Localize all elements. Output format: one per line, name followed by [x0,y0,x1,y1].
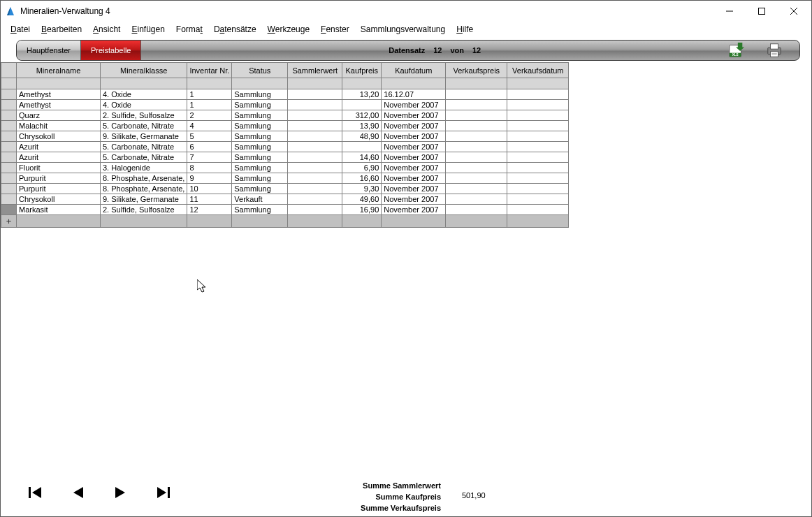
cell-mineralklasse[interactable]: 8. Phosphate, Arsenate, [101,173,187,184]
cell-verkaufsdatum[interactable] [507,152,569,163]
cell-kaufdatum[interactable]: November 2007 [382,131,446,142]
cell-mineralklasse[interactable]: 5. Carbonate, Nitrate [101,152,187,163]
table-row[interactable]: Malachit5. Carbonate, Nitrate4Sammlung13… [1,121,569,131]
header-mineralklasse[interactable]: Mineralklasse [101,63,187,78]
close-button[interactable] [778,1,810,22]
add-row-cell[interactable] [446,215,507,228]
cell-mineralklasse[interactable]: 2. Sulfide, Sulfosalze [101,110,187,121]
maximize-button[interactable] [746,1,778,22]
cell-status[interactable]: Sammlung [232,152,288,163]
cell-sammlerwert[interactable] [288,89,342,100]
menu-bearbeiten[interactable]: Bearbeiten [36,23,87,36]
cell-kaufdatum[interactable]: November 2007 [382,121,446,131]
add-row-cell[interactable] [17,215,101,228]
cell-inventar[interactable]: 1 [187,100,232,110]
cell-verkaufsdatum[interactable] [507,205,569,215]
cell-mineralname[interactable]: Purpurit [17,173,101,184]
header-verkaufsdatum[interactable]: Verkaufsdatum [507,63,569,78]
row-selector[interactable] [1,163,17,173]
tab-preistabelle[interactable]: Preistabelle [81,41,141,60]
cell-verkaufsdatum[interactable] [507,110,569,121]
cell-inventar[interactable]: 4 [187,121,232,131]
row-selector[interactable] [1,110,17,121]
cell-verkaufsdatum[interactable] [507,142,569,152]
row-selector[interactable] [1,205,17,215]
header-verkaufspreis[interactable]: Verkaufspreis [446,63,507,78]
cell-verkaufsdatum[interactable] [507,194,569,205]
cell-verkaufspreis[interactable] [446,100,507,110]
menu-fenster[interactable]: Fenster [315,23,355,36]
cell-verkaufspreis[interactable] [446,89,507,100]
row-selector[interactable] [1,142,17,152]
cell-mineralklasse[interactable]: 2. Sulfide, Sulfosalze [101,205,187,215]
cell-verkaufsdatum[interactable] [507,184,569,194]
cell-kaufdatum[interactable]: November 2007 [382,152,446,163]
cell-status[interactable]: Verkauft [232,194,288,205]
row-selector[interactable] [1,152,17,163]
table-row[interactable]: Fluorit3. Halogenide8Sammlung6,90Novembe… [1,163,569,173]
row-selector[interactable] [1,184,17,194]
table-row[interactable]: Markasit2. Sulfide, Sulfosalze12Sammlung… [1,205,569,215]
table-row[interactable]: Purpurit8. Phosphate, Arsenate,10Sammlun… [1,184,569,194]
cell-mineralklasse[interactable]: 4. Oxide [101,100,187,110]
cell-mineralname[interactable]: Amethyst [17,100,101,110]
header-mineralname[interactable]: Mineralname [17,63,101,78]
cell-sammlerwert[interactable] [288,100,342,110]
nav-next-button[interactable] [115,487,125,498]
cell-mineralname[interactable]: Markasit [17,205,101,215]
add-row-cell[interactable] [187,215,232,228]
row-selector[interactable] [1,121,17,131]
cell-verkaufspreis[interactable] [446,131,507,142]
minimize-button[interactable] [713,1,746,22]
cell-mineralname[interactable]: Malachit [17,121,101,131]
row-selector[interactable] [1,173,17,184]
cell-verkaufspreis[interactable] [446,142,507,152]
cell-kaufdatum[interactable]: November 2007 [382,184,446,194]
cell-status[interactable]: Sammlung [232,89,288,100]
add-row-cell[interactable] [232,215,288,228]
cell-status[interactable]: Sammlung [232,173,288,184]
cell-mineralklasse[interactable]: 5. Carbonate, Nitrate [101,142,187,152]
cell-sammlerwert[interactable] [288,152,342,163]
header-rowselector[interactable] [1,63,17,78]
cell-verkaufspreis[interactable] [446,194,507,205]
cell-inventar[interactable]: 1 [187,89,232,100]
cell-kaufdatum[interactable]: November 2007 [382,194,446,205]
cell-inventar[interactable]: 7 [187,152,232,163]
table-row[interactable]: Amethyst4. Oxide1SammlungNovember 2007 [1,100,569,110]
cell-status[interactable]: Sammlung [232,142,288,152]
cell-inventar[interactable]: 10 [187,184,232,194]
cell-sammlerwert[interactable] [288,194,342,205]
cell-mineralname[interactable]: Amethyst [17,89,101,100]
cell-kaufpreis[interactable]: 14,60 [342,152,382,163]
cell-kaufpreis[interactable]: 13,90 [342,121,382,131]
cell-sammlerwert[interactable] [288,184,342,194]
cell-kaufdatum[interactable]: November 2007 [382,110,446,121]
table-row[interactable]: Amethyst4. Oxide1Sammlung13,2016.12.07 [1,89,569,100]
cell-verkaufsdatum[interactable] [507,100,569,110]
menu-datei[interactable]: Datei [5,23,36,36]
menu-format[interactable]: Format [171,23,208,36]
cell-inventar[interactable]: 2 [187,110,232,121]
table-row[interactable]: Azurit5. Carbonate, Nitrate6SammlungNove… [1,142,569,152]
cell-kaufdatum[interactable]: November 2007 [382,142,446,152]
cell-kaufpreis[interactable] [342,142,382,152]
add-row-cell[interactable] [507,215,569,228]
cell-status[interactable]: Sammlung [232,184,288,194]
cell-kaufpreis[interactable] [342,100,382,110]
print-button[interactable] [766,42,783,59]
row-selector[interactable] [1,100,17,110]
table-row[interactable]: Chrysokoll9. Silikate, Germanate5Sammlun… [1,131,569,142]
nav-prev-button[interactable] [73,487,83,498]
cell-mineralklasse[interactable]: 9. Silikate, Germanate [101,194,187,205]
cell-kaufdatum[interactable]: November 2007 [382,173,446,184]
cell-status[interactable]: Sammlung [232,110,288,121]
cell-mineralname[interactable]: Azurit [17,142,101,152]
cell-kaufpreis[interactable]: 312,00 [342,110,382,121]
menu-einfuegen[interactable]: Einfügen [126,23,170,36]
cell-inventar[interactable]: 11 [187,194,232,205]
cell-sammlerwert[interactable] [288,110,342,121]
table-row[interactable]: Quarz2. Sulfide, Sulfosalze2Sammlung312,… [1,110,569,121]
add-row-cell[interactable] [382,215,446,228]
cell-mineralname[interactable]: Fluorit [17,163,101,173]
